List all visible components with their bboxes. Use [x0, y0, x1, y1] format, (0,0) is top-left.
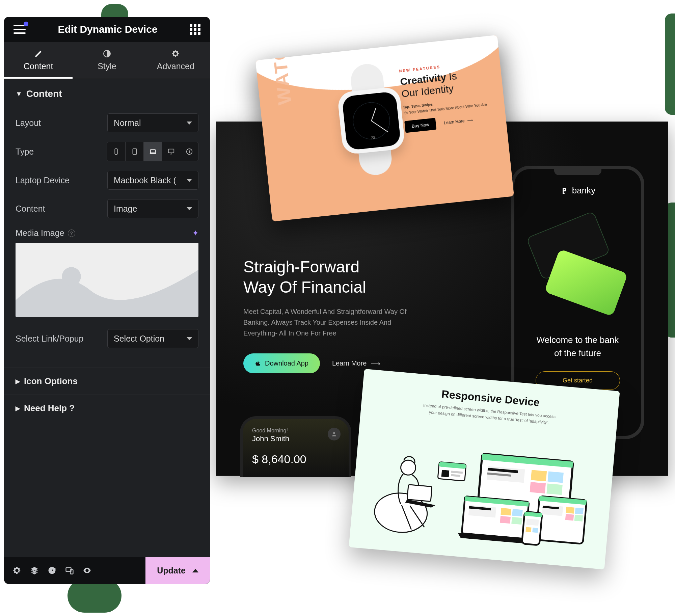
type-tablet-button[interactable] [125, 142, 143, 161]
welcome-text: Welcome to the bank of the future [514, 333, 641, 360]
tabs: Content Style Advanced [4, 42, 210, 79]
decorative-blob [68, 579, 122, 613]
hero-title: Straigh-Forward Way Of Financial [243, 257, 412, 297]
tab-advanced[interactable]: Advanced [141, 42, 210, 79]
link-popup-select[interactable]: Select Option [107, 329, 198, 348]
svg-rect-50 [532, 528, 538, 533]
caret-down-icon: ▼ [16, 90, 22, 98]
section-icon-options-header[interactable]: ▸ Icon Options [4, 368, 210, 395]
caret-right-icon: ▸ [16, 376, 20, 386]
svg-rect-3 [150, 150, 155, 153]
select-value: Image [114, 204, 137, 214]
content-select[interactable]: Image [107, 199, 198, 218]
history-icon[interactable] [47, 566, 57, 575]
desktop-icon [167, 148, 175, 155]
tab-style[interactable]: Style [73, 42, 141, 79]
chevron-down-icon [187, 207, 192, 210]
svg-rect-13 [407, 485, 432, 502]
svg-rect-36 [500, 516, 511, 524]
greeting-text: Good Morning! [252, 428, 339, 434]
section-title: Content [26, 88, 62, 99]
layers-icon[interactable] [30, 566, 39, 575]
row-label: Content [16, 204, 45, 214]
type-info-button[interactable] [180, 142, 198, 161]
chevron-down-icon [187, 179, 192, 182]
row-media-image: Media Image ? ✦ [4, 223, 210, 238]
section-help-header[interactable]: ▸ Need Help ? [4, 395, 210, 422]
type-desktop-button[interactable] [162, 142, 180, 161]
download-app-button[interactable]: Download App [243, 353, 320, 373]
gear-icon [171, 49, 180, 58]
info-icon [186, 148, 193, 155]
button-label: Update [157, 566, 186, 575]
arrow-right-icon: ⟶ [371, 359, 380, 368]
watch-vertical-label: WATCH [266, 35, 296, 106]
type-laptop-button[interactable] [143, 142, 162, 161]
pencil-icon [34, 49, 43, 58]
svg-rect-26 [530, 482, 546, 493]
balance-value: $ 8,640.00 [252, 453, 339, 466]
preview-phone-small: Good Morning! John Smith $ 8,640.00 [240, 416, 351, 477]
settings-icon[interactable] [12, 566, 22, 575]
panel-title: Edit Dynamic Device [58, 24, 157, 35]
watch-subtitle: Tap. Type. Swipe. It's Your Watch That T… [403, 96, 491, 116]
svg-rect-16 [441, 470, 450, 477]
row-content: Content Image [4, 194, 210, 223]
help-icon[interactable]: ? [68, 230, 75, 237]
media-image-picker[interactable] [16, 243, 198, 317]
brand-name: banky [572, 185, 595, 196]
tab-label: Style [98, 61, 116, 71]
layout-select[interactable]: Normal [107, 113, 198, 132]
mobile-icon [112, 148, 120, 155]
svg-rect-37 [511, 517, 522, 525]
preview-responsive-card: Responsive Device Instead of pre-defined… [349, 369, 620, 569]
type-mobile-button[interactable] [107, 142, 125, 161]
svg-rect-42 [566, 507, 574, 514]
tablet-icon [131, 148, 138, 155]
responsive-devices-illustration [367, 424, 598, 555]
watch-card-text: NEW FEATURES Creativity Is Our Identity … [399, 60, 493, 133]
user-name: John Smith [252, 434, 339, 443]
watch-screen: 23 [342, 91, 401, 151]
editor-panel: Edit Dynamic Device Content Style Advanc… [4, 17, 210, 584]
card-stack [514, 209, 641, 327]
apps-grid-icon[interactable] [190, 24, 200, 35]
row-label: Layout [16, 118, 41, 128]
tab-content[interactable]: Content [4, 42, 73, 79]
row-layout: Layout Normal [4, 109, 210, 137]
buy-now-button[interactable]: Buy Now [404, 118, 436, 133]
svg-rect-35 [512, 509, 523, 517]
svg-rect-4 [168, 149, 174, 153]
device-type-toggle [107, 142, 198, 161]
learn-more-link[interactable]: Learn More ⟶ [332, 359, 380, 368]
image-placeholder-icon [16, 243, 198, 317]
tab-label: Advanced [157, 61, 194, 71]
menu-icon[interactable] [14, 25, 26, 34]
laptop-icon [149, 148, 157, 155]
svg-rect-2 [133, 149, 136, 155]
section-content-header[interactable]: ▼ Content [4, 79, 210, 109]
select-value: Macbook Black ( [114, 176, 176, 185]
brand-logo-icon [560, 187, 568, 195]
hero-actions: Download App Learn More ⟶ [243, 353, 412, 373]
laptop-device-select[interactable]: Macbook Black ( [107, 171, 198, 190]
chevron-down-icon [187, 337, 192, 340]
chevron-down-icon [187, 122, 192, 125]
svg-point-7 [62, 267, 81, 286]
update-button[interactable]: Update [145, 557, 210, 584]
responsive-icon[interactable] [65, 566, 74, 575]
notification-dot-icon [24, 22, 28, 26]
section-title: Icon Options [24, 376, 78, 386]
svg-rect-1 [115, 149, 117, 155]
button-label: Download App [265, 359, 308, 367]
svg-rect-25 [548, 472, 564, 483]
preview-eye-icon[interactable] [82, 566, 92, 575]
ai-sparkle-icon[interactable]: ✦ [192, 229, 198, 238]
brand: banky [514, 185, 641, 196]
learn-more-link[interactable]: Learn More ⟶ [444, 117, 473, 125]
decorative-blob [665, 14, 675, 115]
panel-footer: Update [4, 557, 210, 584]
arrow-right-icon: ⟶ [467, 117, 473, 123]
section-title: Need Help ? [24, 403, 75, 413]
chevron-up-icon [192, 569, 198, 572]
